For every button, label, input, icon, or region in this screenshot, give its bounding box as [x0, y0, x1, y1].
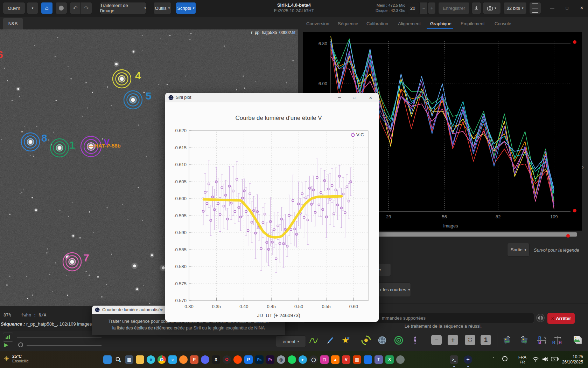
terminal-icon[interactable]: >_	[450, 355, 458, 364]
v-app-icon[interactable]: V	[342, 355, 350, 364]
bit-depth-dropdown[interactable]: 32 bits▾	[503, 2, 527, 14]
stop-button[interactable]: ×Arrêter	[547, 313, 575, 324]
record-button[interactable]	[55, 2, 67, 14]
reddit-icon[interactable]	[233, 355, 242, 364]
close-button[interactable]: ×	[578, 4, 586, 12]
photometry-button[interactable]	[392, 334, 405, 347]
image-list-button[interactable]	[572, 334, 584, 347]
opera-icon[interactable]: O	[223, 355, 231, 364]
siril-plot-window[interactable]: Siril plot □ × Courbe de lumière d'une é…	[165, 93, 379, 322]
language-switcher[interactable]: FRA FR	[518, 355, 526, 364]
plot-close-button[interactable]: ×	[365, 94, 376, 101]
rotate-left-button[interactable]	[500, 334, 513, 347]
zoom-fit-button[interactable]: ⛶	[465, 335, 475, 345]
search-icon[interactable]	[114, 355, 122, 364]
plot-maximize-button[interactable]: □	[349, 94, 359, 101]
range-marker-dot[interactable]	[566, 234, 570, 238]
tab-sequence[interactable]: Séquence	[338, 21, 358, 26]
photoshop-icon[interactable]: Ps	[255, 355, 264, 364]
spotify-icon[interactable]	[288, 355, 296, 364]
display-mode-dropdown[interactable]: ement▾	[276, 335, 306, 347]
telegram-icon[interactable]: ▸	[299, 355, 307, 364]
display-slider[interactable]	[17, 337, 102, 338]
office-icon[interactable]: ▦	[353, 355, 361, 364]
vscode-icon[interactable]: ‹›	[168, 355, 177, 364]
zoom-in-button[interactable]: +	[448, 335, 458, 345]
app-gray-icon[interactable]	[396, 355, 405, 364]
weather-temp: 25°C	[12, 354, 29, 359]
tab-alignement[interactable]: Alignement	[398, 21, 421, 26]
threads-increment-button[interactable]: +	[428, 2, 436, 14]
teams-icon[interactable]: T	[374, 355, 383, 364]
wifi-icon[interactable]	[532, 356, 539, 362]
tools-menu-button[interactable]: Outils▾	[153, 2, 172, 14]
image-processing-menu-button[interactable]: Traitement de l'image▾	[100, 2, 146, 14]
flip-vertical-button[interactable]: RR	[535, 334, 549, 347]
tab-empilement[interactable]: Empilement	[461, 21, 485, 26]
windows-icon[interactable]	[103, 355, 112, 364]
weather-widget[interactable]: ☀ 25°C Ensoleillé	[4, 354, 29, 363]
frame-slider-track[interactable]	[27, 345, 102, 346]
camera-lens-icon[interactable]: ◎	[277, 355, 285, 364]
play-sequence-button[interactable]: ▶	[4, 342, 8, 348]
undo-button[interactable]: ↶	[70, 2, 81, 14]
save-button[interactable]: Enregistrer	[438, 2, 470, 14]
snapshot-button[interactable]: ▾	[483, 2, 501, 14]
explorer-folder-icon[interactable]	[136, 355, 144, 364]
plot-minimize-button[interactable]	[334, 94, 345, 101]
tab-console[interactable]: Console	[495, 21, 511, 26]
tab-graphique[interactable]: Graphique	[430, 21, 451, 26]
scripts-menu-button[interactable]: Scripts▾	[176, 2, 196, 14]
curve-tool-button[interactable]	[307, 334, 320, 347]
app-white-ring-icon[interactable]: ◯	[309, 355, 318, 364]
open-dropdown-button[interactable]: ▾	[27, 2, 38, 14]
home-button[interactable]: ⌂	[41, 2, 53, 14]
light-curve-points	[202, 175, 352, 260]
panel-collapse-arrow[interactable]: ›	[582, 163, 584, 171]
tab-calibration[interactable]: Calibration	[366, 21, 388, 26]
premiere-icon[interactable]: Pr	[266, 355, 274, 364]
redo-button[interactable]: ↷	[81, 2, 92, 14]
command-help-button[interactable]	[536, 314, 545, 322]
minimize-button[interactable]	[548, 4, 556, 12]
hamburger-menu-button[interactable]	[529, 2, 541, 14]
threads-input[interactable]: 20	[407, 2, 420, 14]
threads-decrement-button[interactable]: −	[420, 2, 428, 14]
zoom-one-button[interactable]: 1	[481, 335, 491, 345]
edge-icon[interactable]: e	[147, 355, 155, 364]
tab-conversion[interactable]: Conversion	[306, 21, 329, 26]
zoom-out-button[interactable]: −	[431, 335, 442, 345]
save-as-button[interactable]	[471, 2, 481, 14]
firefox-icon[interactable]	[179, 355, 188, 364]
rotate-right-button[interactable]	[518, 334, 531, 347]
plot-window-titlebar[interactable]: Siril plot □ ×	[165, 93, 379, 102]
histogram-button[interactable]	[3, 333, 13, 342]
taskbar-clock[interactable]: 10:25 26/10/2025	[562, 354, 583, 365]
volume-icon[interactable]	[542, 356, 549, 362]
siril-app-icon[interactable]: ✦	[464, 355, 472, 364]
astrometry-button[interactable]	[376, 334, 388, 347]
app-blue-p-icon[interactable]: P	[244, 355, 253, 364]
flip-horizontal-button[interactable]: RЯ	[550, 334, 564, 347]
tray-expand-chevron[interactable]: ˆ	[493, 357, 494, 362]
battery-icon[interactable]	[551, 357, 559, 361]
app-blue-tile-icon[interactable]	[364, 355, 372, 364]
tab-nb[interactable]: N&B	[3, 18, 23, 29]
deconvolution-button[interactable]	[360, 334, 372, 347]
annotate-button[interactable]	[324, 334, 337, 347]
output-dropdown[interactable]: Sortie▾	[507, 243, 530, 257]
instagram-icon[interactable]: ◻	[320, 355, 329, 364]
restore-button[interactable]: □	[563, 4, 571, 12]
chrome-icon[interactable]	[158, 355, 166, 364]
tray-app-icon[interactable]	[502, 356, 507, 361]
powerpoint-icon[interactable]: P	[190, 355, 198, 364]
excel-icon[interactable]: X	[385, 355, 394, 364]
task-view-icon[interactable]: ▦	[125, 355, 133, 364]
frame-slider-knob[interactable]	[18, 342, 23, 347]
platesolve-button[interactable]	[409, 334, 421, 347]
vlc-icon[interactable]: ▲	[331, 355, 340, 364]
star-detection-button[interactable]: ★★	[340, 334, 352, 347]
x-app-icon[interactable]: X	[212, 355, 220, 364]
open-button[interactable]: Ouvrir	[3, 2, 25, 14]
discord-icon[interactable]	[201, 355, 209, 364]
